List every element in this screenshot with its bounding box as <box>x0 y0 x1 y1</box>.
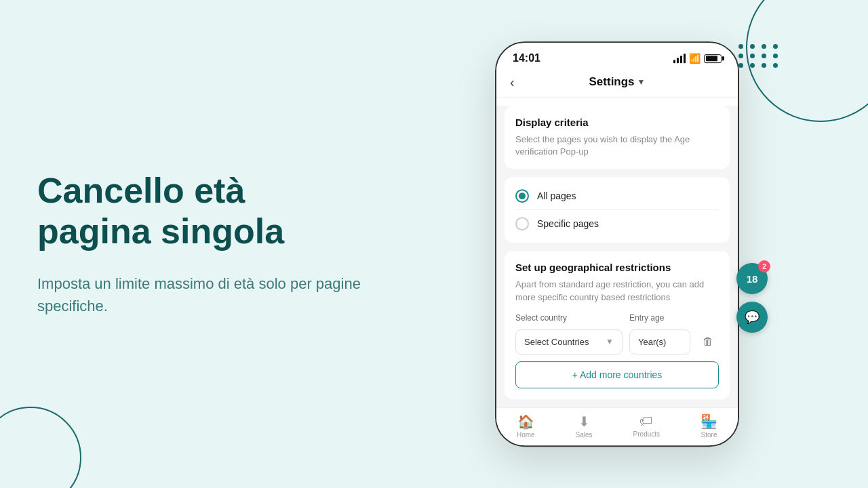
nav-store-label: Store <box>701 431 717 439</box>
nav-products[interactable]: 🏷 Products <box>633 413 660 439</box>
display-criteria-title: Display criteria <box>515 117 719 128</box>
fab-chat-button[interactable]: 💬 <box>736 302 768 333</box>
fab-18-label: 18 <box>747 273 758 285</box>
entry-age-input[interactable]: Year(s) <box>629 329 690 354</box>
geo-title: Set up geographical restrictions <box>515 262 719 274</box>
fab-18-badge: 2 <box>758 260 770 272</box>
country-row: Select Countries ▼ Year(s) 🗑 <box>515 329 719 354</box>
display-criteria-desc: Select the pages you wish to display the… <box>515 134 719 158</box>
display-criteria-card: Display criteria Select the pages you wi… <box>505 106 730 169</box>
signal-icon <box>673 54 686 63</box>
entry-age-col-label: Entry age <box>629 313 690 323</box>
phone-content: Display criteria Select the pages you wi… <box>496 106 738 445</box>
geo-desc: Apart from standard age restriction, you… <box>515 279 719 304</box>
status-time: 14:01 <box>513 52 540 64</box>
bg-circle-bottom-left <box>0 407 81 488</box>
select-country-wrapper: Select Countries ▼ <box>515 329 623 354</box>
radio-specific-pages-circle[interactable] <box>515 218 529 231</box>
status-bar: 14:01 📶 <box>496 43 738 68</box>
radio-all-pages-circle[interactable] <box>515 190 529 203</box>
chat-icon: 💬 <box>745 310 760 325</box>
nav-sales[interactable]: ⬇ Sales <box>576 413 593 439</box>
settings-dropdown-arrow[interactable]: ▼ <box>637 77 646 87</box>
add-countries-button[interactable]: + Add more countries <box>515 361 719 388</box>
entry-age-wrapper: Year(s) <box>629 329 690 354</box>
entry-age-value: Year(s) <box>638 337 666 347</box>
nav-products-label: Products <box>633 430 660 438</box>
radio-all-pages-dot <box>519 193 526 200</box>
left-content: Cancello età pagina singola Imposta un l… <box>37 171 417 317</box>
main-title: Cancello età pagina singola <box>37 171 417 252</box>
select-countries-arrow: ▼ <box>606 337 614 346</box>
subtitle: Imposta un limite massimo di età solo pe… <box>37 272 417 317</box>
select-countries-value: Select Countries <box>524 337 589 347</box>
radio-group: All pages Specific pages <box>505 178 730 243</box>
phone-mockup: 14:01 📶 ‹ Settings ▼ <box>495 41 739 447</box>
nav-home-label: Home <box>517 431 535 439</box>
fab-18-button[interactable]: 18 2 <box>736 263 768 294</box>
geo-section: Set up geographical restrictions Apart f… <box>505 251 730 399</box>
battery-icon <box>704 54 722 63</box>
nav-store[interactable]: 🏪 Store <box>701 413 717 439</box>
products-icon: 🏷 <box>639 413 653 429</box>
radio-all-pages-label: All pages <box>537 191 576 202</box>
select-countries-dropdown[interactable]: Select Countries ▼ <box>515 329 623 354</box>
radio-specific-pages-label: Specific pages <box>537 219 599 230</box>
sales-icon: ⬇ <box>578 413 590 430</box>
country-col-label: Select country <box>515 313 623 323</box>
delete-row-button[interactable]: 🗑 <box>697 331 719 352</box>
bottom-nav: 🏠 Home ⬇ Sales 🏷 Products 🏪 Store <box>496 407 738 445</box>
nav-sales-label: Sales <box>576 431 593 439</box>
phone-frame: 14:01 📶 ‹ Settings ▼ <box>495 41 739 447</box>
radio-specific-pages[interactable]: Specific pages <box>515 210 719 238</box>
app-header: ‹ Settings ▼ <box>496 68 738 98</box>
back-button[interactable]: ‹ <box>510 75 515 90</box>
home-icon: 🏠 <box>517 413 534 430</box>
radio-all-pages[interactable]: All pages <box>515 183 719 210</box>
status-icons: 📶 <box>673 53 722 64</box>
header-title: Settings ▼ <box>589 75 646 89</box>
wifi-icon: 📶 <box>689 53 701 64</box>
nav-home[interactable]: 🏠 Home <box>517 413 535 439</box>
bg-dots <box>738 44 780 68</box>
store-icon: 🏪 <box>701 413 717 430</box>
add-countries-label: + Add more countries <box>572 369 663 380</box>
